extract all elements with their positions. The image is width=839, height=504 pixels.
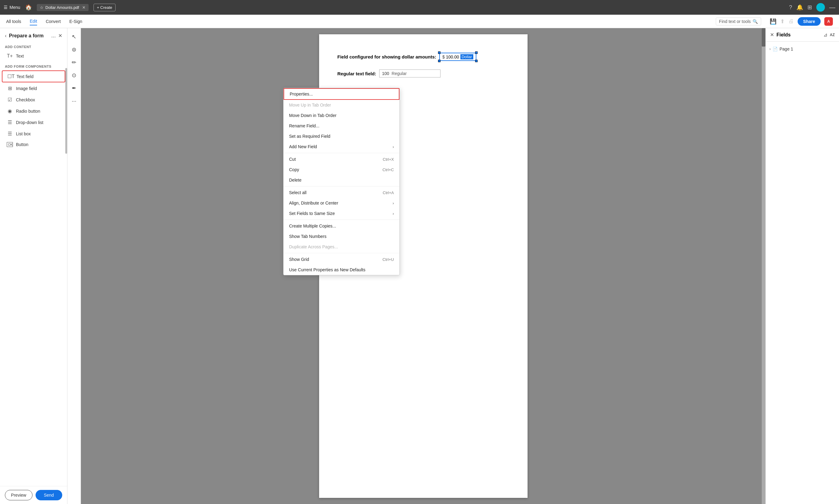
ctx-same-size-label: Set Fields to Same Size bbox=[289, 211, 335, 216]
sidebar-item-listbox[interactable]: ☰ List box bbox=[2, 128, 65, 139]
acrobat-label: A bbox=[827, 19, 830, 23]
text-icon: T+ bbox=[7, 53, 13, 59]
select-icon: ↖ bbox=[72, 33, 76, 40]
search-icon: 🔍 bbox=[753, 19, 758, 24]
ctx-same-size-arrow: › bbox=[393, 211, 394, 216]
nav-esign[interactable]: E-Sign bbox=[69, 18, 82, 25]
handle-top-right[interactable] bbox=[475, 51, 478, 54]
sidebar-scroll-thumb[interactable] bbox=[65, 68, 67, 154]
menu-button[interactable]: ☰ Menu bbox=[4, 5, 20, 10]
handle-bottom-right[interactable] bbox=[475, 60, 478, 62]
stamp-tool[interactable]: ✒ bbox=[69, 83, 80, 94]
ctx-properties-label: Properties... bbox=[290, 92, 313, 96]
minimize-button[interactable]: — bbox=[829, 4, 835, 11]
ctx-move-down-label: Move Down in Tab Order bbox=[289, 113, 337, 118]
sidebar-back-button[interactable]: ‹ bbox=[5, 33, 6, 39]
handle-bottom-left[interactable] bbox=[438, 60, 441, 62]
dollar-field-input[interactable]: $ 100.00 Dollar bbox=[439, 53, 476, 61]
sidebar-item-button[interactable]: OK Button bbox=[2, 140, 65, 149]
sidebar-item-radio[interactable]: ◉ Radio button bbox=[2, 106, 65, 116]
sidebar-more-button[interactable]: ... bbox=[51, 33, 56, 39]
home-button[interactable]: 🏠 bbox=[25, 4, 32, 11]
ctx-select-all[interactable]: Select all Ctrl+A bbox=[284, 187, 399, 198]
ctx-move-down[interactable]: Move Down in Tab Order bbox=[284, 110, 399, 121]
main-layout: ‹ Prepare a form ... ✕ ADD CONTENT T+ Te… bbox=[0, 28, 839, 504]
ctx-properties[interactable]: Properties... bbox=[284, 88, 399, 100]
acrobat-icon[interactable]: A bbox=[824, 17, 833, 26]
add-form-label: ADD FORM COMPONENTS bbox=[0, 61, 67, 70]
tab-close-button[interactable]: ✕ bbox=[82, 5, 86, 10]
dollar-field-box[interactable]: $ 100.00 Dollar bbox=[439, 53, 476, 61]
top-bar-right: ? 🔔 ⊞ — bbox=[789, 3, 835, 12]
sidebar-item-text-field[interactable]: ☐T Text field bbox=[2, 70, 65, 83]
ctx-delete[interactable]: Delete bbox=[284, 175, 399, 185]
share-button[interactable]: Share bbox=[798, 17, 821, 26]
panel-close-button[interactable]: ✕ bbox=[770, 32, 774, 38]
image-field-label: Image field bbox=[16, 86, 37, 91]
right-panel: ✕ Fields ⊿ AZ › 📄 Page 1 bbox=[766, 28, 839, 504]
create-button[interactable]: + Create bbox=[93, 4, 116, 11]
ctx-cut[interactable]: Cut Ctrl+X bbox=[284, 154, 399, 164]
ctx-show-grid[interactable]: Show Grid Ctrl+U bbox=[284, 254, 399, 265]
hamburger-icon: ☰ bbox=[4, 5, 8, 10]
handle-top-left[interactable] bbox=[438, 51, 441, 54]
ctx-copy-label: Copy bbox=[289, 167, 299, 172]
ctx-rename[interactable]: Rename Field... bbox=[284, 121, 399, 131]
ctx-show-tab[interactable]: Show Tab Numbers bbox=[284, 231, 399, 241]
sidebar-footer: Preview Send bbox=[0, 486, 67, 504]
dollar-field-row: Field configured for showing dollar amou… bbox=[338, 53, 509, 61]
context-menu: Properties... Move Up in Tab Order Move … bbox=[283, 88, 400, 275]
sidebar-close-button[interactable]: ✕ bbox=[58, 33, 62, 39]
help-icon[interactable]: ? bbox=[789, 4, 792, 11]
ctx-required[interactable]: Set as Required Field bbox=[284, 131, 399, 142]
listbox-icon: ☰ bbox=[7, 131, 13, 137]
preview-button[interactable]: Preview bbox=[5, 490, 33, 500]
panel-title: Fields bbox=[776, 32, 821, 38]
ctx-divider-3 bbox=[284, 219, 399, 220]
ctx-align[interactable]: Align, Distribute or Center › bbox=[284, 198, 399, 208]
avatar[interactable] bbox=[816, 3, 825, 12]
bell-icon[interactable]: 🔔 bbox=[797, 4, 803, 11]
send-button[interactable]: Send bbox=[36, 490, 63, 500]
ctx-divider-4 bbox=[284, 253, 399, 253]
canvas-area[interactable]: Field configured for showing dollar amou… bbox=[81, 28, 766, 504]
text-label: Text bbox=[16, 54, 24, 58]
page-scroll-thumb[interactable] bbox=[762, 28, 766, 47]
more-tools[interactable]: ··· bbox=[69, 95, 80, 107]
ctx-copy[interactable]: Copy Ctrl+C bbox=[284, 164, 399, 175]
page-group[interactable]: › 📄 Page 1 bbox=[769, 45, 835, 53]
find-tools-label: Find text or tools bbox=[719, 19, 751, 24]
ctx-multiple-copies[interactable]: Create Multiple Copies... bbox=[284, 221, 399, 231]
grid-icon[interactable]: ⊞ bbox=[807, 4, 812, 11]
nav-convert[interactable]: Convert bbox=[46, 18, 61, 25]
print-icon[interactable]: 🖨 bbox=[788, 18, 794, 24]
ctx-align-label: Align, Distribute or Center bbox=[289, 201, 338, 205]
sidebar-item-image-field[interactable]: ⊞ Image field bbox=[2, 83, 65, 94]
page-chevron-icon: › bbox=[769, 47, 771, 51]
top-bar: ☰ Menu 🏠 ☆ Dollar Amounts.pdf ✕ + Create… bbox=[0, 0, 839, 15]
nav-all-tools[interactable]: All tools bbox=[6, 18, 21, 25]
ctx-same-size[interactable]: Set Fields to Same Size › bbox=[284, 208, 399, 219]
sidebar-item-checkbox[interactable]: ☑ Checkbox bbox=[2, 94, 65, 105]
sidebar-item-dropdown[interactable]: ☰ Drop-down list bbox=[2, 117, 65, 128]
ctx-use-current[interactable]: Use Current Properties as New Defaults bbox=[284, 265, 399, 275]
document-tab[interactable]: ☆ Dollar Amounts.pdf ✕ bbox=[37, 4, 89, 11]
upload-icon[interactable]: ⬆ bbox=[780, 18, 785, 25]
link-tool[interactable]: ⊙ bbox=[69, 70, 80, 81]
find-tools-input[interactable]: Find text or tools 🔍 bbox=[716, 17, 761, 25]
nav-edit[interactable]: Edit bbox=[30, 17, 37, 25]
select-tool[interactable]: ↖ bbox=[69, 31, 80, 42]
ctx-add-new-field[interactable]: Add New Field › bbox=[284, 142, 399, 152]
sidebar-title: Prepare a form bbox=[9, 33, 49, 39]
sort-icon[interactable]: AZ bbox=[830, 33, 835, 37]
search-tool[interactable]: ⊜ bbox=[69, 44, 80, 55]
ctx-add-new-field-label: Add New Field bbox=[289, 144, 317, 149]
radio-icon: ◉ bbox=[7, 108, 13, 114]
sidebar-item-text[interactable]: T+ Text bbox=[2, 51, 65, 61]
regular-field-box[interactable]: 100 Regular bbox=[379, 70, 441, 77]
page-name: Page 1 bbox=[780, 47, 793, 51]
search-tool-icon: ⊜ bbox=[72, 46, 76, 53]
filter-icon[interactable]: ⊿ bbox=[823, 32, 827, 38]
save-icon[interactable]: 💾 bbox=[770, 18, 776, 25]
pen-tool[interactable]: ✏ bbox=[69, 57, 80, 68]
